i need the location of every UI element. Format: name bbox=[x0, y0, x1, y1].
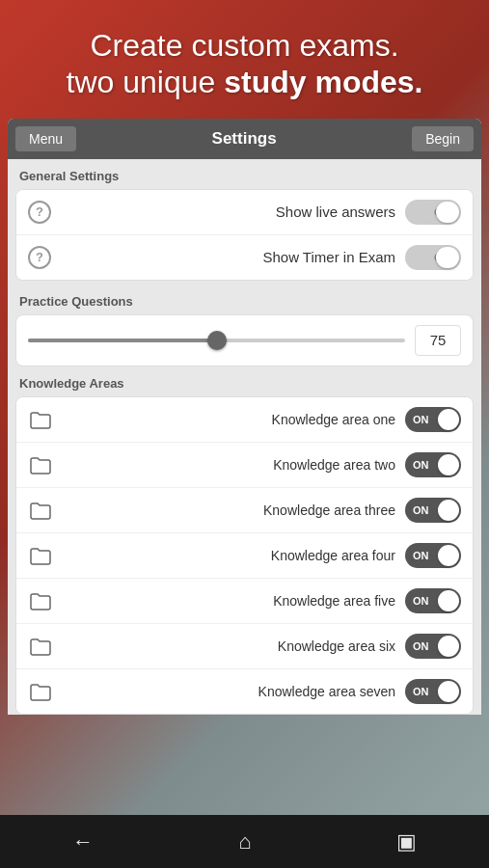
show-live-answers-toggle[interactable]: OFF bbox=[405, 200, 461, 225]
toggle-knob-k2 bbox=[438, 454, 459, 475]
practice-questions-header: Practice Questions bbox=[8, 285, 481, 314]
general-settings-header: General Settings bbox=[8, 159, 481, 189]
knowledge-areas-header: Knowledge Areas bbox=[8, 366, 481, 396]
slider-value: 75 bbox=[415, 325, 461, 356]
toggle-knob-2 bbox=[436, 247, 459, 268]
folder-icon-6 bbox=[28, 637, 53, 656]
toggle-knob-1 bbox=[436, 202, 459, 223]
folder-icon-4 bbox=[28, 546, 53, 565]
knowledge-toggle-3[interactable]: ON bbox=[405, 498, 461, 523]
knowledge-area-row-3: Knowledge area three ON bbox=[16, 488, 473, 533]
knowledge-toggle-1[interactable]: ON bbox=[405, 407, 461, 432]
folder-icon-7 bbox=[28, 682, 53, 701]
knowledge-area-row-4: Knowledge area four ON bbox=[16, 533, 473, 579]
slider-thumb[interactable] bbox=[207, 331, 227, 350]
back-button[interactable]: ← bbox=[72, 829, 94, 854]
on-label-2: ON bbox=[413, 459, 429, 471]
knowledge-label-7: Knowledge area seven bbox=[61, 684, 405, 699]
knowledge-label-3: Knowledge area three bbox=[61, 502, 405, 518]
toolbar-title: Settings bbox=[212, 129, 277, 149]
hero-line2-normal: two unique bbox=[67, 65, 225, 99]
menu-button[interactable]: Menu bbox=[15, 126, 76, 151]
knowledge-label-2: Knowledge area two bbox=[61, 457, 405, 473]
knowledge-area-row-7: Knowledge area seven ON bbox=[16, 669, 473, 714]
knowledge-label-1: Knowledge area one bbox=[61, 412, 405, 427]
knowledge-toggle-2[interactable]: ON bbox=[405, 452, 461, 477]
hero-line1: Create custom exams. bbox=[90, 28, 398, 63]
knowledge-area-row-2: Knowledge area two ON bbox=[16, 443, 473, 488]
toolbar: Menu Settings Begin bbox=[8, 119, 481, 159]
practice-questions-row: 75 bbox=[15, 314, 474, 366]
knowledge-toggle-4[interactable]: ON bbox=[405, 543, 461, 568]
knowledge-area-row-5: Knowledge area five ON bbox=[16, 579, 473, 624]
home-button[interactable]: ⌂ bbox=[238, 829, 251, 854]
knowledge-area-row-6: Knowledge area six ON bbox=[16, 624, 473, 669]
show-timer-row: ? Show Timer in Exam OFF bbox=[16, 235, 473, 280]
toggle-knob-k3 bbox=[438, 500, 459, 521]
slider-track bbox=[28, 339, 405, 342]
toggle-knob-k5 bbox=[438, 590, 459, 611]
toggle-knob-k6 bbox=[438, 636, 459, 657]
hero-line2-bold: study modes. bbox=[224, 65, 422, 99]
on-label-4: ON bbox=[413, 550, 429, 561]
toggle-knob-k7 bbox=[438, 681, 459, 702]
knowledge-area-row-1: Knowledge area one ON bbox=[16, 397, 473, 443]
show-live-answers-row: ? Show live answers OFF bbox=[16, 190, 473, 235]
toggle-knob-k1 bbox=[438, 409, 459, 430]
knowledge-areas-rows: Knowledge area one ON Knowledge area two… bbox=[15, 396, 474, 715]
on-label-6: ON bbox=[413, 640, 429, 652]
recent-apps-button[interactable]: ▣ bbox=[396, 829, 417, 854]
settings-panel: Menu Settings Begin General Settings ? S… bbox=[8, 119, 481, 715]
toggle-knob-k4 bbox=[438, 545, 459, 566]
knowledge-label-4: Knowledge area four bbox=[61, 548, 405, 563]
folder-icon-1 bbox=[28, 410, 53, 429]
on-label-7: ON bbox=[413, 686, 429, 697]
begin-button[interactable]: Begin bbox=[412, 126, 474, 151]
hero-section: Create custom exams. two unique study mo… bbox=[0, 0, 489, 119]
knowledge-toggle-6[interactable]: ON bbox=[405, 634, 461, 659]
knowledge-label-6: Knowledge area six bbox=[61, 638, 405, 654]
knowledge-toggle-5[interactable]: ON bbox=[405, 588, 461, 613]
show-live-answers-label: Show live answers bbox=[59, 203, 405, 220]
help-icon-live-answers[interactable]: ? bbox=[28, 201, 51, 224]
bottom-nav: ← ⌂ ▣ bbox=[0, 815, 489, 868]
on-label-3: ON bbox=[413, 504, 429, 516]
folder-icon-3 bbox=[28, 501, 53, 520]
knowledge-toggle-7[interactable]: ON bbox=[405, 679, 461, 704]
slider-fill bbox=[28, 339, 217, 342]
show-timer-toggle[interactable]: OFF bbox=[405, 245, 461, 270]
help-icon-timer[interactable]: ? bbox=[28, 246, 51, 269]
slider-container[interactable] bbox=[28, 331, 405, 350]
on-label-1: ON bbox=[413, 414, 429, 425]
folder-icon-2 bbox=[28, 455, 53, 475]
knowledge-label-5: Knowledge area five bbox=[61, 593, 405, 609]
on-label-5: ON bbox=[413, 595, 429, 607]
folder-icon-5 bbox=[28, 591, 53, 610]
general-settings-rows: ? Show live answers OFF ? Show Timer in … bbox=[15, 189, 474, 281]
show-timer-label: Show Timer in Exam bbox=[59, 249, 405, 265]
